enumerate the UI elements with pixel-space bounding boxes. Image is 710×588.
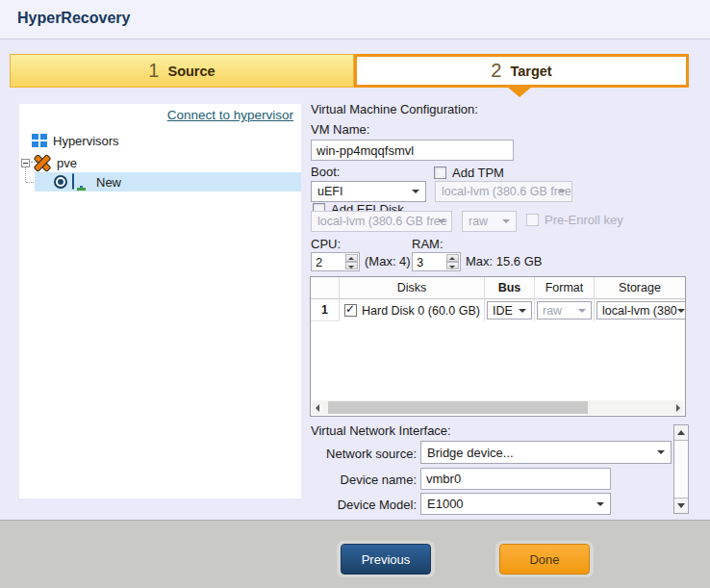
disks-table-header: Disks Bus Format Storage (311, 277, 685, 299)
tree-item-new-label: New (96, 175, 121, 190)
format-value: raw (543, 304, 562, 318)
disk-cell: Hard Disk 0 (60.0 GB) (340, 299, 485, 321)
tree-item-new-vm[interactable]: New (54, 172, 121, 192)
vertical-scrollbar[interactable] (673, 424, 689, 514)
previous-button[interactable]: Previous (341, 544, 431, 575)
tab-target-number: 2 (491, 60, 501, 82)
cpu-max-label: (Max: 4) (365, 254, 411, 268)
scroll-down-arrow-icon[interactable] (674, 498, 688, 513)
pre-enroll-key-label: Pre-Enroll key (545, 213, 623, 227)
proxmox-host-icon (34, 155, 51, 170)
vm-config-section-title: Virtual Machine Configuration: (311, 102, 478, 116)
ram-stepper[interactable]: 3 (412, 252, 461, 271)
ram-label: RAM: (412, 237, 444, 251)
tab-target-label: Target (510, 64, 551, 79)
row-number: 1 (311, 299, 340, 321)
header-format[interactable]: Format (535, 277, 595, 299)
ram-decrement-button[interactable] (446, 262, 459, 269)
tree-item-hypervisors[interactable]: Hypervisors (32, 131, 119, 150)
chevron-down-icon (578, 309, 586, 313)
pre-enroll-key-checkbox (526, 214, 539, 226)
format-select[interactable]: raw (537, 301, 592, 320)
add-tpm-checkbox[interactable] (434, 166, 446, 179)
efi-format-select[interactable]: raw (462, 211, 517, 232)
bus-cell: IDE (485, 299, 535, 321)
disk-name: Hard Disk 0 (60.0 GB) (362, 304, 480, 318)
network-section-title: Virtual Network Interface: (311, 423, 451, 438)
ram-increment-button[interactable] (446, 254, 459, 262)
device-model-value: E1000 (427, 497, 464, 511)
cpu-decrement-button[interactable] (345, 262, 358, 269)
scroll-left-arrow-icon[interactable] (312, 400, 326, 415)
efi-storage-value: local-lvm (380.6 GB free (317, 215, 447, 228)
chevron-down-icon (519, 309, 526, 313)
tab-target[interactable]: 2 Target (354, 54, 689, 88)
cpu-stepper[interactable]: 2 (311, 252, 360, 271)
device-model-select[interactable]: E1000 (420, 493, 611, 515)
title-bar: HyperRecovery (0, 0, 710, 39)
disk-include-checkbox[interactable] (344, 304, 357, 317)
header-disks[interactable]: Disks (340, 277, 485, 299)
tpm-storage-value: local-lvm (380.6 GB free (442, 185, 571, 198)
vm-name-label: VM Name: (311, 122, 369, 137)
vm-selected-radio[interactable] (54, 175, 67, 189)
done-button-halo: Done (495, 541, 594, 577)
previous-button-halo: Previous (337, 541, 435, 577)
boot-mode-select[interactable]: uEFI (311, 181, 426, 202)
format-cell: raw (535, 299, 595, 321)
header-storage[interactable]: Storage (595, 277, 685, 299)
chevron-down-icon (502, 219, 510, 223)
efi-format-value: raw (469, 215, 488, 228)
horizontal-scroll-track[interactable] (326, 400, 670, 415)
bus-select[interactable]: IDE (487, 301, 532, 320)
hyperrecovery-window: HyperRecovery 1 Source 2 Target Connect … (0, 0, 710, 588)
horizontal-scroll-thumb[interactable] (328, 401, 588, 414)
tab-source-number: 1 (148, 60, 159, 82)
header-row-number (311, 277, 340, 299)
tree-item-hypervisors-label: Hypervisors (53, 134, 119, 148)
boot-label: Boot: (311, 165, 340, 179)
active-tab-pointer-icon (507, 87, 532, 97)
tree-collapse-icon[interactable] (21, 159, 30, 167)
chevron-down-icon (596, 502, 604, 506)
storage-value: local-lvm (380 (602, 304, 677, 318)
done-button[interactable]: Done (499, 544, 590, 575)
vm-name-input[interactable] (311, 140, 514, 161)
vm-monitor-icon (72, 174, 90, 191)
windows-logo-icon (32, 134, 47, 147)
horizontal-scrollbar[interactable] (312, 400, 684, 415)
device-model-label: Device Model: (320, 498, 417, 512)
tab-source[interactable]: 1 Source (10, 54, 354, 88)
tree-item-pve-label: pve (57, 156, 77, 170)
tpm-storage-select[interactable]: local-lvm (380.6 GB free (435, 181, 572, 202)
network-source-value: Bridge device... (427, 446, 514, 460)
bus-value: IDE (493, 304, 513, 318)
add-tpm-label: Add TPM (452, 166, 504, 180)
chevron-down-icon (657, 450, 665, 454)
disks-table: Disks Bus Format Storage 1 Hard Disk 0 (… (310, 276, 686, 417)
device-name-label: Device name: (320, 473, 417, 487)
efi-storage-select[interactable]: local-lvm (380.6 GB free (311, 211, 452, 232)
cpu-value: 2 (316, 255, 322, 269)
chevron-down-icon (677, 309, 685, 313)
storage-select[interactable]: local-lvm (380 (596, 301, 685, 320)
network-source-select[interactable]: Bridge device... (420, 441, 672, 464)
chevron-down-icon (412, 190, 419, 193)
storage-cell: local-lvm (380 (595, 299, 685, 321)
device-name-input[interactable] (420, 468, 611, 490)
ram-value: 3 (417, 255, 423, 269)
scroll-up-arrow-icon[interactable] (674, 425, 688, 441)
header-bus[interactable]: Bus (485, 277, 535, 299)
chevron-down-icon (438, 219, 445, 223)
connect-to-hypervisor-link[interactable]: Connect to hypervisor (167, 108, 293, 122)
cpu-increment-button[interactable] (345, 254, 358, 262)
boot-mode-value: uEFI (317, 185, 342, 198)
app-title: HyperRecovery (17, 10, 130, 27)
cpu-label: CPU: (311, 237, 341, 251)
tree-item-pve[interactable]: pve (21, 153, 77, 172)
network-source-label: Network source: (320, 447, 417, 461)
ram-max-label: Max: 15.6 GB (466, 254, 542, 268)
table-row: 1 Hard Disk 0 (60.0 GB) IDE raw local-lv… (311, 299, 685, 321)
scroll-right-arrow-icon[interactable] (670, 400, 684, 415)
tab-source-label: Source (167, 64, 215, 79)
